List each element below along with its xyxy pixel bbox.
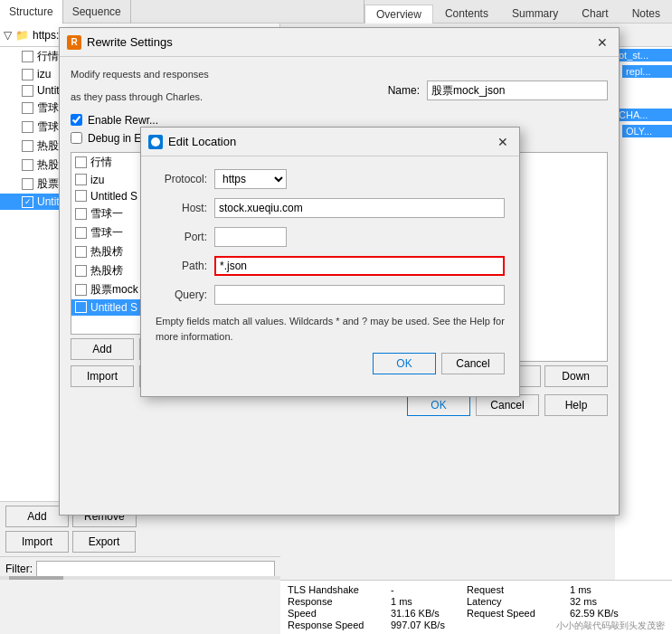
enable-rewrite-row: Enable Rewr... (71, 114, 608, 127)
tree-label-0: 行情 (37, 49, 59, 64)
loc-checkbox-3[interactable] (75, 208, 87, 220)
el-icon (148, 135, 163, 149)
el-ok-btn[interactable]: OK (373, 353, 436, 374)
loc-checkbox-7[interactable] (75, 284, 87, 296)
status-label-3: Latency (467, 596, 566, 607)
el-path-input[interactable] (214, 256, 505, 276)
watermark: 小小的敲代码敲到头发茂密 (556, 620, 665, 632)
tab-overview[interactable]: Overview (364, 5, 433, 24)
rewrite-name-row: Name: (388, 68, 608, 114)
filter-label: Filter: (5, 563, 33, 575)
checkbox-3[interactable] (22, 102, 33, 114)
rewrite-dialog-title: Rewrite Settings (87, 35, 593, 49)
app-container: Structure Sequence Overview Contents Sum… (0, 0, 672, 634)
status-value-1: 1 ms (570, 584, 642, 595)
rewrite-cancel-btn[interactable]: Cancel (476, 394, 539, 416)
badge-3: CHA... (615, 109, 672, 121)
tab-notes[interactable]: Notes (620, 4, 672, 24)
el-host-label: Host: (156, 202, 214, 214)
el-protocol-label: Protocol: (156, 173, 214, 185)
el-port-input[interactable] (214, 227, 287, 247)
rewrite-desc-area: Modify requests and responses as they pa… (71, 68, 377, 114)
status-value-2: 1 ms (391, 596, 463, 607)
el-path-row: Path: (156, 256, 505, 276)
el-btn-row: OK Cancel (156, 353, 505, 383)
loc-checkbox-1[interactable] (75, 174, 87, 185)
loc-add-btn[interactable]: Add (71, 338, 134, 360)
el-protocol-select[interactable]: https http (214, 169, 287, 189)
el-cancel-btn[interactable]: Cancel (441, 353, 505, 374)
tab-contents[interactable]: Contents (433, 4, 500, 24)
loc-checkbox-2[interactable] (75, 190, 87, 202)
loc-checkbox-8[interactable] (75, 301, 87, 313)
status-value-5: 62.59 KB/s (570, 608, 642, 619)
el-close-btn[interactable]: ✕ (494, 133, 512, 151)
debug-checkbox[interactable] (71, 132, 82, 144)
el-host-row: Host: (156, 198, 505, 218)
rewrite-help-btn[interactable]: Help (544, 394, 608, 416)
rewrite-name-input[interactable] (427, 80, 608, 100)
checkbox-8[interactable]: ✓ (22, 196, 33, 208)
el-host-input[interactable] (214, 198, 505, 218)
loc-checkbox-5[interactable] (75, 246, 87, 258)
loc-checkbox-4[interactable] (75, 227, 87, 239)
scroll-indicator[interactable] (0, 576, 280, 580)
el-hint: Empty fields match all values. Wildcards… (156, 314, 505, 344)
checkbox-7[interactable] (22, 178, 33, 190)
el-content: Protocol: https http Host: Port: Path: (141, 156, 519, 396)
enable-rewrite-label: Enable Rewr... (88, 114, 158, 127)
loc-import-btn[interactable]: Import (71, 365, 134, 387)
rewrite-top-section: Modify requests and responses as they pa… (71, 68, 608, 114)
status-value-6: 997.07 KB/s (391, 620, 463, 630)
enable-rewrite-checkbox[interactable] (71, 114, 82, 126)
filter-input[interactable] (36, 561, 275, 577)
rewrite-desc-line2: as they pass through Charles. (71, 90, 377, 104)
checkbox-2[interactable] (22, 85, 33, 97)
el-query-row: Query: (156, 285, 505, 305)
status-label-4: Speed (288, 608, 387, 619)
rules-down-btn[interactable]: Down (544, 365, 608, 387)
sequence-tab[interactable]: Sequence (63, 0, 131, 24)
rewrite-dialog-close[interactable]: ✕ (593, 33, 611, 52)
tab-summary[interactable]: Summary (500, 4, 570, 24)
checkbox-4[interactable] (22, 121, 33, 133)
scroll-thumb[interactable] (9, 576, 63, 580)
loc-checkbox-6[interactable] (75, 265, 87, 277)
top-header: Structure Sequence Overview Contents Sum… (0, 0, 672, 24)
checkbox-5[interactable] (22, 140, 33, 152)
svg-point-0 (151, 137, 160, 147)
badge-4: OLY... (622, 125, 672, 137)
import-button[interactable]: Import (5, 531, 69, 553)
checkbox-1[interactable] (22, 69, 33, 80)
badge-2: repl... (622, 65, 672, 78)
el-port-label: Port: (156, 231, 214, 243)
el-query-label: Query: (156, 289, 214, 301)
status-bar: TLS Handshake - Request 1 ms Response 1 … (280, 580, 672, 634)
structure-tab[interactable]: Structure (0, 0, 63, 24)
rewrite-ok-btn[interactable]: OK (407, 394, 470, 416)
el-path-label: Path: (156, 260, 214, 272)
status-label-2: Response (288, 596, 387, 607)
export-button[interactable]: Export (72, 531, 136, 553)
tab-chart[interactable]: Chart (570, 4, 620, 24)
status-label-6: Response Speed (288, 620, 387, 630)
edit-location-dialog: Edit Location ✕ Protocol: https http Hos… (140, 127, 520, 397)
checkbox-0[interactable] (22, 51, 33, 62)
right-badges-panel: ot_st... repl... CHA... OLY... (615, 47, 672, 580)
expand-icon[interactable]: ▽ (4, 29, 12, 42)
el-title: Edit Location (168, 135, 494, 148)
rewrite-name-label: Name: (388, 84, 420, 97)
el-query-input[interactable] (214, 285, 505, 305)
checkbox-6[interactable] (22, 159, 33, 171)
badge-1: ot_st... (615, 49, 672, 62)
el-port-row: Port: (156, 227, 505, 247)
loc-checkbox-0[interactable] (75, 156, 87, 168)
status-label-1: Request (467, 584, 566, 595)
left-header-section: Structure Sequence (0, 0, 131, 23)
status-value-3: 32 ms (570, 596, 642, 607)
el-protocol-row: Protocol: https http (156, 169, 505, 189)
status-value-0: - (391, 584, 463, 595)
status-label-0: TLS Handshake (288, 584, 387, 595)
tree-label-1: izu (37, 68, 51, 80)
rewrite-dialog-btn-row: OK Cancel Help (71, 394, 608, 416)
